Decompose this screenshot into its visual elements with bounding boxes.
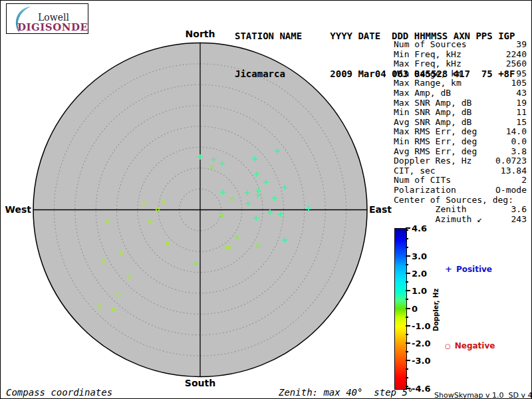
compass-label-east: East — [369, 204, 392, 215]
stat-value: 243 — [511, 214, 527, 224]
colorbar-tick — [406, 255, 410, 257]
colorbar-label: -4.6 — [412, 384, 430, 394]
colorbar-tick — [406, 325, 410, 327]
stat-row: Min SNR Amp, dB11 — [394, 107, 527, 117]
stat-value: 39 — [516, 39, 527, 49]
legend-negative-label: Negative — [455, 341, 495, 350]
stat-label: Max Amp, dB — [394, 88, 451, 98]
stat-value: 0.0723 — [495, 156, 527, 166]
compass-label-west: West — [5, 204, 31, 215]
logo-digisonde-text: DIGISONDE — [17, 21, 88, 33]
stat-row: Azimuth ↙243 — [394, 214, 527, 224]
colorbar-tick — [406, 264, 408, 265]
colorbar-tick — [406, 247, 408, 248]
stat-label: Num of Sources — [394, 39, 467, 49]
legend-negative: ○Negative — [445, 341, 495, 350]
compass-label-south: South — [185, 378, 215, 388]
colorbar-label: 4.6 — [412, 223, 427, 233]
colorbar-tick — [406, 281, 408, 283]
measurement-stats-panel: Num of Sources39Min Freq, kHz2240Max Fre… — [394, 39, 527, 223]
stat-row: CIT, sec13.84 — [394, 166, 527, 176]
stat-label: CIT, sec — [394, 166, 436, 176]
stat-label: Max Freq, kHz — [394, 59, 462, 68]
stat-label: Num of CITs — [394, 175, 451, 185]
stat-value: 0.0 — [511, 136, 527, 146]
stat-row: Max Range, km105 — [394, 78, 527, 88]
stat-label: Azimuth ↙ — [394, 214, 482, 224]
stat-label: Avg RMS Err, deg — [394, 146, 477, 156]
colorbar-label: 2.0 — [412, 269, 427, 279]
colorbar-label: -2.0 — [412, 338, 430, 348]
stat-value: O-mode — [495, 185, 527, 195]
colorbar-tick — [406, 290, 410, 291]
stat-value: 3.8 — [511, 146, 527, 156]
stat-value: 13.84 — [501, 166, 527, 176]
compass-label-north: North — [186, 29, 215, 39]
colorbar-tick — [406, 308, 410, 309]
software-version-label: ShowSkymap v 1.0 SD v 4.2 — [434, 391, 532, 399]
stat-row: Avg SNR Amp, dB15 — [394, 117, 527, 127]
stat-value: 43 — [516, 88, 527, 98]
zenith-scale-label: Zenith: max 40° step 5° — [279, 387, 413, 398]
stat-value: 105 — [511, 78, 527, 88]
stat-label: Min Range, km — [394, 68, 462, 78]
colorbar-label: 0 — [412, 303, 418, 313]
stat-label: Zenith — [394, 204, 467, 214]
stat-label: Max RMS Err, deg — [394, 126, 477, 136]
stat-value: 14.0 — [506, 126, 527, 136]
colorbar-label: -1.0 — [412, 321, 430, 331]
colorbar-tick — [406, 317, 408, 318]
colorbar-label: 1.0 — [412, 286, 427, 296]
stat-row: Min Freq, kHz2240 — [394, 49, 527, 59]
stat-row: Max Amp, dB43 — [394, 88, 527, 98]
digisonde-logo: Lowell DIGISONDE — [6, 3, 88, 34]
stat-row: Num of Sources39 — [394, 39, 527, 49]
colorbar-tick — [406, 368, 408, 370]
colorbar-tick — [406, 334, 408, 335]
colorbar-label: 3.0 — [412, 251, 427, 261]
colorbar-tick — [406, 377, 408, 378]
stat-value: 3.6 — [511, 204, 527, 214]
stat-row: Max SNR Amp, dB19 — [394, 98, 527, 108]
circle-marker-icon: ○ — [445, 342, 451, 350]
colorbar-tick — [406, 351, 408, 352]
stat-value: 15 — [516, 117, 527, 127]
stat-value: 19 — [516, 98, 527, 108]
stat-row: Max RMS Err, deg14.0 — [394, 126, 527, 136]
stat-label: Center of Sources, deg: — [394, 195, 513, 205]
stat-row: Center of Sources, deg: — [394, 195, 527, 205]
stat-label: Doppler Res, Hz — [394, 156, 471, 166]
skymap-window: Lowell DIGISONDE STATION NAME YYYY DATE … — [0, 0, 532, 399]
stat-row: Num of CITs2 — [394, 175, 527, 185]
stat-value: 2560 — [506, 59, 527, 68]
stat-label: Min RMS Err, deg — [394, 136, 477, 146]
coordinates-mode-label: Compass coordinates — [6, 387, 112, 398]
stat-label: Min SNR Amp, dB — [394, 107, 471, 117]
legend-positive-label: Positive — [456, 265, 492, 274]
colorbar-axis-title: Doppler, Hz — [432, 289, 440, 332]
stat-value: 11 — [516, 107, 527, 117]
colorbar-label: -3.0 — [412, 356, 430, 366]
stat-value: 95 — [516, 68, 527, 78]
stat-label: Avg SNR Amp, dB — [394, 117, 471, 127]
stat-row: Min Range, km95 — [394, 68, 527, 78]
stat-row: Doppler Res, Hz0.0723 — [394, 156, 527, 166]
stat-row: PolarizationO-mode — [394, 185, 527, 195]
colorbar-tick — [406, 388, 410, 389]
colorbar-tick — [406, 229, 408, 231]
stat-label: Polarization — [394, 185, 456, 195]
stat-row: Min RMS Err, deg0.0 — [394, 136, 527, 146]
doppler-colorbar — [394, 228, 407, 390]
colorbar-tick — [406, 238, 408, 239]
stat-value: 2 — [521, 175, 527, 185]
stat-row: Max Freq, kHz2560 — [394, 59, 527, 68]
legend-positive: +Positive — [445, 264, 492, 274]
colorbar-tick — [406, 360, 410, 361]
stat-row: Zenith3.6 — [394, 204, 527, 214]
stat-label: Max Range, km — [394, 78, 462, 88]
colorbar-tick — [406, 299, 408, 300]
plus-marker-icon: + — [445, 264, 452, 274]
stat-value: 2240 — [506, 49, 527, 59]
stat-label: Max SNR Amp, dB — [394, 98, 471, 108]
colorbar-tick — [406, 342, 410, 344]
